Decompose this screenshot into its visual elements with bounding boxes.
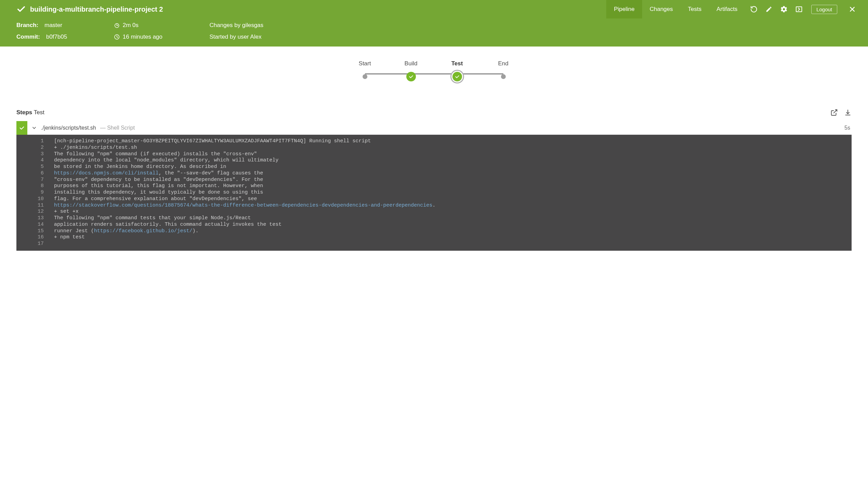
console-line: 17: [16, 241, 852, 247]
line-number: 1: [16, 138, 54, 145]
console-line: 7"cross-env" dependency to be installed …: [16, 177, 852, 183]
line-number: 11: [16, 202, 54, 209]
started-by-value: Started by user Alex: [209, 34, 261, 40]
header-top: building-a-multibranch-pipeline-project …: [0, 0, 868, 18]
console-line: 8purposes of this tutorial, this flag is…: [16, 183, 852, 189]
header: building-a-multibranch-pipeline-project …: [0, 0, 868, 47]
line-text: + set +x: [54, 209, 852, 215]
branch-label: Branch:: [16, 22, 38, 29]
line-text: dependency into the local "node_modules"…: [54, 157, 852, 164]
stage-label: Build: [405, 60, 418, 67]
line-text: installing this dependency, it would typ…: [54, 189, 852, 196]
line-number: 14: [16, 222, 54, 228]
commit-value: b0f7b05: [46, 34, 67, 40]
steps-title: Steps Test: [16, 109, 44, 116]
changes-by-value: Changes by gilesgas: [209, 22, 263, 29]
chevron-down-icon: [31, 125, 37, 131]
console-line: 2+ ./jenkins/scripts/test.sh: [16, 145, 852, 151]
stage-node-dot: [501, 74, 506, 79]
steps-title-stage: Test: [34, 109, 44, 116]
line-text: purposes of this tutorial, this flag is …: [54, 183, 852, 189]
logout-button[interactable]: Logout: [811, 5, 837, 14]
stage-label: End: [498, 60, 508, 67]
line-text: be stored in the Jenkins home directory.…: [54, 164, 852, 170]
stage-test[interactable]: Test: [434, 60, 480, 81]
step-command: ./jenkins/scripts/test.sh: [41, 125, 96, 131]
console-link[interactable]: https://stackoverflow.com/questions/1887…: [54, 202, 432, 208]
stage-node-check-icon[interactable]: [406, 72, 416, 81]
rerun-icon[interactable]: [750, 5, 758, 13]
tab-tests[interactable]: Tests: [680, 0, 709, 18]
close-icon[interactable]: [848, 5, 856, 13]
line-number: 10: [16, 196, 54, 202]
stage-start: Start: [342, 60, 388, 81]
line-text: + npm test: [54, 234, 852, 241]
stage-end: End: [480, 60, 526, 81]
commit-label: Commit:: [16, 34, 40, 40]
console-link[interactable]: https://facebook.github.io/jest/: [94, 228, 192, 234]
line-number: 16: [16, 234, 54, 241]
branch-value: master: [44, 22, 62, 29]
line-text: application renders satisfactorily. This…: [54, 222, 852, 228]
line-text: https://docs.npmjs.com/cli/install, the …: [54, 170, 852, 177]
stage-label: Start: [359, 60, 371, 67]
console-line: 1[nch-pipeline-project_master-6O3YBZPEIT…: [16, 138, 852, 145]
line-text: flag. For a comprehensive explanation ab…: [54, 196, 852, 202]
console-line: 3The following "npm" command (if execute…: [16, 151, 852, 158]
line-number: 5: [16, 164, 54, 170]
stage-connector: [365, 73, 411, 75]
console-line: 13The following "npm" command tests that…: [16, 215, 852, 222]
line-number: 12: [16, 209, 54, 215]
go-to-classic-icon[interactable]: [795, 5, 803, 13]
page-title: building-a-multibranch-pipeline-project …: [30, 5, 163, 13]
tab-changes[interactable]: Changes: [642, 0, 680, 18]
stopwatch-icon: [114, 22, 120, 28]
console-line: 15runner Jest (https://facebook.github.i…: [16, 228, 852, 235]
line-number: 9: [16, 189, 54, 196]
time-ago-value: 16 minutes ago: [123, 34, 162, 40]
time-ago-row: 16 minutes ago: [114, 34, 209, 40]
steps-section: Steps Test ./jenkins/scripts/test.sh — S…: [0, 109, 868, 251]
line-text: + ./jenkins/scripts/test.sh: [54, 145, 852, 151]
stage-node-dot: [363, 74, 367, 79]
console-link[interactable]: https://docs.npmjs.com/cli/install: [54, 170, 159, 176]
changes-by-row: Changes by gilesgas: [209, 22, 263, 29]
commit-row: Commit: b0f7b05: [16, 34, 114, 40]
started-by-row: Started by user Alex: [209, 34, 263, 40]
stage-node-check-icon[interactable]: [452, 72, 462, 81]
line-text: The following "npm" command tests that y…: [54, 215, 852, 222]
line-text: [nch-pipeline-project_master-6O3YBZPEITQ…: [54, 138, 852, 145]
step-description: — Shell Script: [100, 125, 135, 131]
step-row[interactable]: ./jenkins/scripts/test.sh — Shell Script…: [16, 121, 852, 135]
line-text: "cross-env" dependency to be installed a…: [54, 177, 852, 183]
pipeline-graph: StartBuildTestEnd: [0, 47, 868, 109]
step-status-success-icon: [16, 121, 27, 135]
open-new-window-icon[interactable]: [830, 109, 838, 116]
console-line: 16+ npm test: [16, 234, 852, 241]
console-line: 5be stored in the Jenkins home directory…: [16, 164, 852, 170]
line-number: 2: [16, 145, 54, 151]
tab-pipeline[interactable]: Pipeline: [606, 0, 642, 18]
line-number: 6: [16, 170, 54, 177]
console-line: 12+ set +x: [16, 209, 852, 215]
header-tabs: Pipeline Changes Tests Artifacts Logout: [606, 0, 860, 18]
header-meta: Branch: master Commit: b0f7b05 2m 0s 16 …: [0, 18, 868, 47]
line-number: 7: [16, 177, 54, 183]
clock-icon: [114, 34, 120, 40]
console-line: 4dependency into the local "node_modules…: [16, 157, 852, 164]
stage-connector: [411, 73, 457, 75]
console-line: 11https://stackoverflow.com/questions/18…: [16, 202, 852, 209]
status-check-icon: [16, 4, 26, 14]
stage-connector: [457, 73, 503, 75]
line-text: [54, 241, 852, 247]
line-text: The following "npm" command (if executed…: [54, 151, 852, 158]
download-icon[interactable]: [844, 109, 852, 116]
stage-build[interactable]: Build: [388, 60, 434, 81]
settings-icon[interactable]: [780, 5, 788, 13]
line-number: 15: [16, 228, 54, 235]
line-number: 3: [16, 151, 54, 158]
tab-artifacts[interactable]: Artifacts: [709, 0, 745, 18]
stage-label: Test: [451, 60, 463, 67]
console-line: 6https://docs.npmjs.com/cli/install, the…: [16, 170, 852, 177]
edit-icon[interactable]: [765, 5, 773, 13]
